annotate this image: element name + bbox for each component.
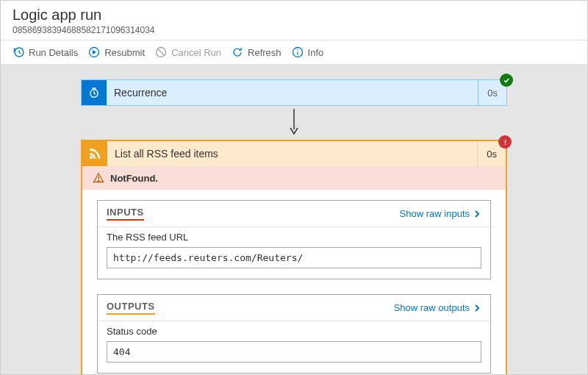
info-icon — [292, 46, 304, 58]
error-badge — [498, 135, 512, 149]
output-field-value: 404 — [107, 341, 481, 362]
page-title: Logic app run — [12, 7, 576, 24]
svg-rect-7 — [504, 140, 505, 143]
input-field-value: http://feeds.reuters.com/Reuters/ — [107, 247, 481, 268]
connector-arrow — [1, 109, 587, 135]
run-id: 08586938394688582171096314034 — [12, 25, 576, 35]
step-title: Recurrence — [107, 87, 478, 99]
history-icon — [12, 46, 24, 58]
svg-point-4 — [297, 49, 298, 50]
cancel-run-button: Cancel Run — [155, 46, 221, 58]
step-recurrence[interactable]: Recurrence 0s — [81, 79, 507, 106]
warning-icon — [93, 172, 104, 184]
refresh-icon — [232, 46, 243, 58]
input-field-label: The RSS feed URL — [107, 232, 481, 243]
error-text: NotFound. — [110, 173, 158, 184]
error-bar: NotFound. — [82, 166, 506, 190]
show-raw-outputs-link[interactable]: Show raw outputs — [394, 302, 481, 313]
cancel-icon — [155, 46, 167, 58]
step-title: List all RSS feed items — [107, 148, 477, 160]
rss-icon — [82, 141, 107, 166]
outputs-label: OUTPUTS — [107, 301, 155, 315]
step-rss[interactable]: List all RSS feed items 0s NotFound. INP… — [81, 140, 507, 375]
chevron-right-icon — [473, 304, 481, 312]
svg-point-9 — [90, 156, 93, 159]
show-raw-inputs-link[interactable]: Show raw inputs — [400, 208, 481, 219]
run-details-button[interactable]: Run Details — [12, 46, 78, 58]
chevron-right-icon — [473, 210, 481, 218]
svg-point-8 — [504, 143, 506, 145]
output-field-label: Status code — [107, 326, 481, 337]
page-header: Logic app run 08586938394688582171096314… — [1, 1, 587, 40]
refresh-button[interactable]: Refresh — [232, 46, 282, 58]
clock-icon — [82, 80, 107, 105]
outputs-panel: OUTPUTS Show raw outputs Status code 404 — [97, 294, 491, 374]
resubmit-button[interactable]: Resubmit — [88, 46, 145, 58]
inputs-panel: INPUTS Show raw inputs The RSS feed URL … — [97, 200, 491, 279]
svg-point-11 — [98, 180, 98, 181]
inputs-label: INPUTS — [107, 207, 144, 221]
designer-canvas: Recurrence 0s List all RSS feed items 0s… — [1, 65, 587, 375]
exclamation-icon — [501, 138, 509, 146]
success-badge — [500, 74, 513, 87]
resubmit-icon — [88, 46, 100, 58]
info-button[interactable]: Info — [292, 46, 324, 58]
check-icon — [503, 76, 511, 85]
toolbar: Run Details Resubmit Cancel Run Refresh … — [1, 40, 587, 65]
